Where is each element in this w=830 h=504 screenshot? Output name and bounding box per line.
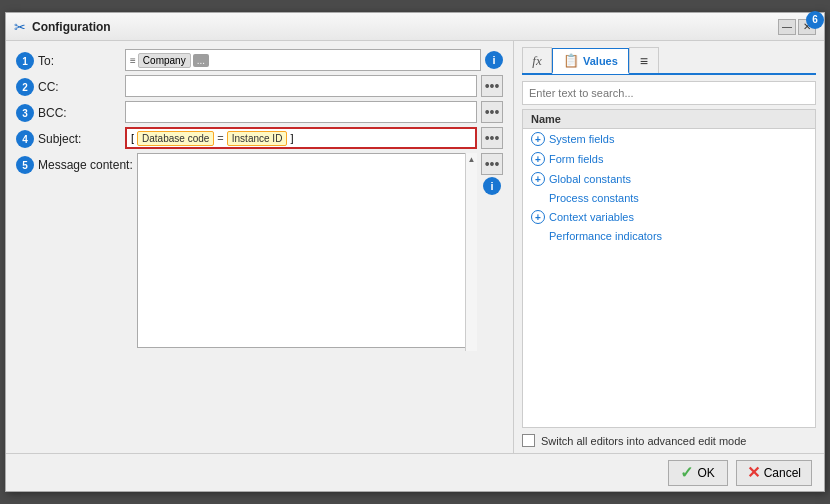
message-controls-col: ••• i [481,153,503,351]
expand-icon-system[interactable]: + [531,132,545,146]
tree-item-label-system: System fields [549,133,614,145]
expand-icon-global[interactable]: + [531,172,545,186]
cc-row: 2 CC: ••• [16,75,503,97]
cancel-x-icon: ✕ [747,463,760,482]
badge-2: 2 [16,78,34,96]
configuration-dialog: ✂ Configuration — ✕ 6 1 To: ≡ [5,12,825,492]
subject-tag-db[interactable]: Database code [137,131,214,146]
message-input-wrap: ▲ [137,153,477,351]
message-input-row: ▲ ••• i [137,153,503,351]
tree-subitem-performance[interactable]: Performance indicators [523,227,815,245]
badge-4: 4 [16,130,34,148]
tree-item-context-variables[interactable]: + Context variables [523,207,815,227]
subject-row: 4 Subject: [ Database code = Instance ID… [16,127,503,149]
bcc-row: 3 BCC: ••• [16,101,503,123]
tree-subitem-label-performance: Performance indicators [549,230,662,242]
company-chip[interactable]: Company [138,53,191,68]
subject-more-btn[interactable]: ••• [481,127,503,149]
tree-item-label-global: Global constants [549,173,631,185]
to-info-icon[interactable]: i [485,51,503,69]
switch-label: Switch all editors into advanced edit mo… [541,435,746,447]
right-tabs: fx 📋 Values ≡ [522,47,816,75]
subject-input-area: [ Database code = Instance ID ] ••• [125,127,503,149]
config-icon: ✂ [14,19,26,35]
tree-item-label-context: Context variables [549,211,634,223]
dialog-title: Configuration [32,20,111,34]
bcc-input-area: ••• [125,101,503,123]
bcc-input[interactable] [125,101,477,123]
title-bar-left: ✂ Configuration [14,19,111,35]
left-panel: 1 To: ≡ Company ... i 2 [6,41,514,453]
message-row: 5 Message content: ▲ ••• i [16,153,503,445]
chip-more[interactable]: ... [193,54,209,67]
message-label-area: 5 Message content: [16,153,133,174]
values-icon: 📋 [563,53,579,68]
bcc-label-area: 3 BCC: [16,101,121,122]
advanced-edit-checkbox[interactable] [522,434,535,447]
dialog-footer: ✓ OK ✕ Cancel [6,453,824,491]
cc-input-area: ••• [125,75,503,97]
cancel-label: Cancel [764,466,801,480]
cc-label-area: 2 CC: [16,75,121,96]
tree-subitem-label-process: Process constants [549,192,639,204]
cc-input[interactable] [125,75,477,97]
badge-6: 6 [806,11,824,29]
subject-bracket-close: ] [290,132,293,144]
tree-container: Name + System fields + Form fields + Glo… [522,109,816,428]
subject-equals: = [217,132,223,144]
minimize-button[interactable]: — [778,19,796,35]
message-info-icon[interactable]: i [483,177,501,195]
subject-label-area: 4 Subject: [16,127,121,148]
tab-values[interactable]: 📋 Values [552,48,629,74]
ok-label: OK [697,466,714,480]
search-input[interactable] [522,81,816,105]
badge-3: 3 [16,104,34,122]
tab-grid[interactable]: ≡ [629,47,659,73]
tab-values-label: Values [583,55,618,67]
ok-button[interactable]: ✓ OK [668,460,728,486]
to-label: To: [38,54,54,68]
fx-label: fx [532,53,541,69]
cc-more-btn[interactable]: ••• [481,75,503,97]
subject-bracket-open: [ [131,132,134,144]
tab-fx[interactable]: fx [522,47,552,73]
badge-1: 1 [16,52,34,70]
ok-check-icon: ✓ [680,463,693,482]
to-input-area: ≡ Company ... i [125,49,503,71]
tree-subitem-process-constants[interactable]: Process constants [523,189,815,207]
subject-tag-id[interactable]: Instance ID [227,131,288,146]
message-more-btn[interactable]: ••• [481,153,503,175]
cancel-button[interactable]: ✕ Cancel [736,460,812,486]
expand-icon-form[interactable]: + [531,152,545,166]
title-bar: ✂ Configuration — ✕ 6 [6,13,824,41]
to-label-area: 1 To: [16,49,121,70]
message-input-col: ▲ ••• i [137,153,503,351]
right-panel: fx 📋 Values ≡ Name + System fields [514,41,824,453]
tree-item-global-constants[interactable]: + Global constants [523,169,815,189]
scrollbar: ▲ [465,153,477,351]
bcc-more-btn[interactable]: ••• [481,101,503,123]
company-chip-text: Company [143,55,186,66]
message-textarea[interactable] [137,153,477,348]
message-label: Message content: [38,158,133,172]
tree-header: Name [523,110,815,129]
subject-label: Subject: [38,132,81,146]
cc-label: CC: [38,80,59,94]
tree-item-system-fields[interactable]: + System fields [523,129,815,149]
chip-doc-icon: ≡ [130,55,136,66]
tree-item-form-fields[interactable]: + Form fields [523,149,815,169]
grid-icon: ≡ [640,53,648,69]
expand-icon-context[interactable]: + [531,210,545,224]
dialog-body: 1 To: ≡ Company ... i 2 [6,41,824,453]
subject-input[interactable]: [ Database code = Instance ID ] [125,127,477,149]
badge-5: 5 [16,156,34,174]
right-footer: Switch all editors into advanced edit mo… [522,428,816,447]
tree-item-label-form: Form fields [549,153,603,165]
bcc-label: BCC: [38,106,67,120]
to-chip-area[interactable]: ≡ Company ... [125,49,481,71]
title-bar-controls: — ✕ 6 [778,19,816,35]
scroll-up-icon: ▲ [468,155,476,164]
to-row: 1 To: ≡ Company ... i [16,49,503,71]
